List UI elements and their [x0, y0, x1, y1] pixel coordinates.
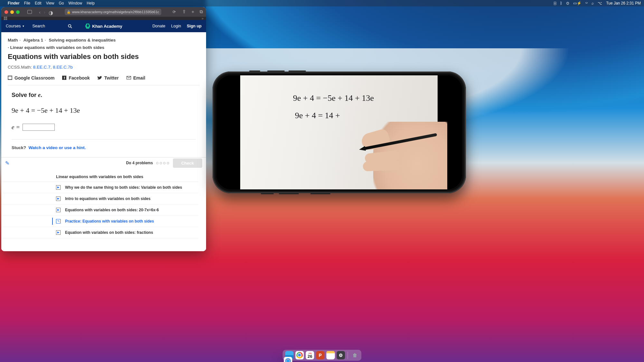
play-icon: ▶ — [56, 230, 61, 235]
phone-button — [310, 193, 330, 194]
progress-dots — [156, 162, 169, 164]
problem-equation: 9e + 4 = −5e + 14 + 13e — [8, 100, 200, 122]
forward-button: › — [44, 9, 45, 15]
play-icon: ▶ — [56, 208, 61, 212]
reload-button[interactable]: ⟳ — [173, 10, 176, 14]
signup-link[interactable]: Sign up — [187, 24, 202, 28]
phone-screen: 9e + 4 = −5e + 14 + 13e 9e + 4 = 14 + — [216, 75, 462, 189]
search-icon[interactable] — [68, 24, 72, 29]
menu-file[interactable]: File — [24, 1, 30, 5]
menu-view[interactable]: View — [46, 1, 54, 5]
menu-window[interactable]: Window — [69, 1, 82, 5]
svg-line-1 — [71, 27, 72, 28]
hint-link[interactable]: Watch a video or use a hint. — [29, 145, 86, 150]
privacy-shield-icon[interactable]: ◑ — [49, 10, 53, 14]
window-close-button[interactable] — [5, 10, 8, 14]
spotlight-icon[interactable]: ⌕ — [592, 1, 594, 5]
wifi-icon[interactable]: ⌔ — [585, 1, 588, 5]
lock-icon: 🔒 — [67, 10, 71, 14]
email-icon — [127, 76, 131, 80]
dock-trash-icon[interactable]: 🗑 — [351, 351, 359, 359]
apps-grid-icon[interactable] — [4, 17, 7, 20]
page-content: Math· Algebra 1· Solving equations & ine… — [1, 32, 206, 251]
khan-header: Courses▼ Search Khan Academy Donate Logi… — [1, 20, 206, 32]
safari-toolbar: ‹ › ◑ 🔒 www.khanacademy.org/math/algebra… — [1, 7, 206, 17]
ccss-link-2[interactable]: 8.EE.C.7b — [53, 65, 73, 70]
search-link[interactable]: Search — [32, 24, 45, 28]
handwriting-line-1: 9e + 4 = −5e + 14 + 13e — [293, 93, 374, 103]
share-email[interactable]: Email — [127, 75, 145, 81]
ccss-line: CCSS.Math: 8.EE.C.7, 8.EE.C.7b — [1, 61, 206, 72]
bluetooth-icon[interactable]: ᛒ — [560, 1, 562, 5]
dock-settings-icon[interactable]: ⚙ — [337, 351, 345, 359]
lesson-item[interactable]: ▶ Why we do the same thing to both sides… — [1, 182, 198, 193]
dock-calendar-icon[interactable]: JAN26 — [306, 351, 314, 359]
lesson-list: Linear equations with variables on both … — [1, 169, 206, 251]
battery-icon[interactable]: ▭⚡ — [573, 1, 582, 5]
lesson-section-title: Linear equations with variables on both … — [1, 169, 198, 182]
lesson-item[interactable]: ▶ Equation with variables on both sides:… — [1, 227, 198, 238]
problem-prompt: Solve for e. — [8, 85, 200, 100]
share-google-classroom[interactable]: Google Classroom — [8, 75, 54, 81]
menubar-clock[interactable]: Tue Jan 26 2:31 PM — [606, 1, 641, 5]
play-icon: ▶ — [56, 196, 61, 201]
ccss-link-1[interactable]: 8.EE.C.7 — [33, 65, 51, 70]
login-link[interactable]: Login — [171, 24, 181, 28]
answer-input[interactable] — [23, 124, 55, 131]
crumb-algebra[interactable]: Algebra 1 — [24, 38, 43, 43]
url-field[interactable]: 🔒 www.khanacademy.org/math/algebra/x2f8b… — [65, 9, 161, 15]
dock-chrome-icon[interactable] — [296, 351, 304, 359]
crumb-linear[interactable]: Linear equations with variables on both … — [10, 45, 105, 50]
share-twitter[interactable]: Twitter — [98, 75, 119, 81]
crumb-math[interactable]: Math — [8, 38, 18, 43]
lesson-item[interactable]: ▶ Equations with variables on both sides… — [1, 205, 198, 216]
handwriting-line-2: 9e + 4 = 14 + — [295, 111, 340, 120]
sidebar-toggle-icon[interactable] — [27, 10, 32, 14]
share-icon[interactable]: ⇪ — [182, 9, 186, 15]
donate-link[interactable]: Donate — [152, 24, 165, 28]
menu-edit[interactable]: Edit — [35, 1, 42, 5]
lesson-item[interactable]: ▶ Intro to equations with variables on b… — [1, 193, 198, 205]
mac-dock: JAN26 P ⚙ 🗑 — [283, 350, 362, 361]
phone-button — [279, 193, 299, 194]
new-tab-icon[interactable]: ＋ — [191, 9, 195, 15]
back-button[interactable]: ‹ — [39, 9, 41, 15]
hand-writing — [341, 112, 438, 189]
do-problems-label: Do 4 problems — [126, 161, 153, 165]
phone-button — [289, 71, 306, 71]
tabs-overview-icon[interactable]: ⧉ — [200, 9, 203, 15]
phone-notch — [216, 108, 222, 157]
menubar-app[interactable]: Finder — [8, 1, 20, 5]
khan-logo[interactable]: Khan Academy — [85, 23, 122, 29]
dock-notes-icon[interactable] — [327, 351, 335, 359]
problem-footer: ✎ Do 4 problems Check — [1, 157, 206, 169]
mac-menubar: Finder File Edit View Go Window Help ⌸ ᛒ… — [0, 0, 644, 6]
window-minimize-button[interactable] — [10, 10, 14, 14]
dock-powerpoint-icon[interactable]: P — [316, 351, 325, 359]
safari-window: ‹ › ◑ 🔒 www.khanacademy.org/math/algebra… — [1, 7, 206, 251]
dock-safari-icon[interactable] — [284, 357, 292, 362]
scratchpad-icon[interactable]: ✎ — [5, 160, 9, 166]
toggle-icon[interactable]: ⊙ — [566, 1, 569, 5]
control-center-icon[interactable]: ⌥ — [598, 1, 602, 5]
phone-button — [261, 193, 274, 194]
lesson-item-active[interactable]: ✎ Practice: Equations with variables on … — [1, 216, 198, 227]
share-row: Google Classroom f Facebook Twitter Emai… — [1, 72, 206, 85]
check-button[interactable]: Check — [173, 158, 202, 168]
twitter-icon — [98, 76, 102, 80]
phone-button — [267, 71, 285, 71]
play-icon: ▶ — [56, 185, 61, 190]
stuck-row: Stuck? Watch a video or use a hint. — [1, 139, 206, 157]
menu-help[interactable]: Help — [87, 1, 95, 5]
window-maximize-button[interactable] — [16, 10, 20, 14]
facebook-icon: f — [62, 76, 66, 80]
share-facebook[interactable]: f Facebook — [62, 75, 90, 81]
svg-rect-3 — [8, 76, 12, 80]
menu-go[interactable]: Go — [59, 1, 64, 5]
favorites-bar: » — [1, 17, 206, 20]
answer-row: e = — [8, 122, 200, 139]
courses-dropdown[interactable]: Courses▼ — [6, 24, 24, 28]
crumb-solving[interactable]: Solving equations & inequalities — [49, 38, 116, 43]
screen-mirror-icon[interactable]: ⌸ — [554, 1, 556, 5]
page-title: Equations with variables on both sides — [1, 50, 206, 61]
